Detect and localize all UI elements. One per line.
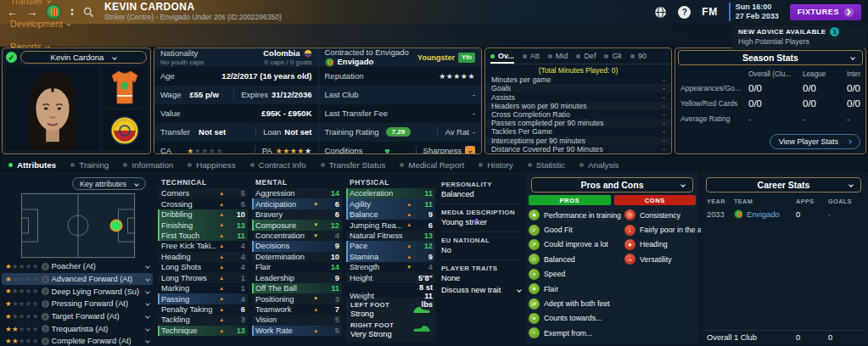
attribute-row: Passing 4 bbox=[158, 293, 248, 304]
search-icon[interactable] bbox=[83, 7, 94, 18]
attribute-row: Bravery 6 bbox=[252, 209, 342, 220]
section-tab[interactable]: Contract Info bbox=[250, 160, 306, 170]
career-col-apps: APPS bbox=[796, 194, 828, 208]
stats-tab[interactable]: Def bbox=[576, 48, 596, 64]
kit-box bbox=[103, 67, 147, 107]
player-select-dropdown[interactable]: Kevin Cardona bbox=[20, 51, 147, 64]
section-tab[interactable]: Transfer Status bbox=[321, 160, 386, 170]
role-info-icon[interactable] bbox=[42, 300, 49, 308]
role-info-icon[interactable] bbox=[42, 325, 49, 332]
role-info-icon[interactable] bbox=[42, 263, 49, 271]
footedness-block: LEFT FOOT Strong RIGHT FOOT Very Strong bbox=[346, 298, 435, 342]
pro-item[interactable]: ↗ Could improve a lot bbox=[529, 237, 621, 252]
section-tab[interactable]: Statistic bbox=[528, 160, 565, 170]
player-stepper[interactable]: ▲▼ bbox=[70, 8, 75, 17]
eu-national-value: No bbox=[441, 246, 521, 254]
club-crest-icon bbox=[325, 58, 334, 67]
pro-item[interactable]: ⇄ Adept with both feet bbox=[529, 296, 621, 310]
key-attributes-dropdown[interactable]: Key attributes bbox=[72, 177, 146, 190]
role-row[interactable]: ★★★★★ Pressing Forward (At) bbox=[2, 298, 153, 310]
stats-tab[interactable]: Att bbox=[523, 48, 540, 64]
role-row[interactable]: ★★★★★ Target Forward (At) bbox=[2, 310, 153, 323]
mental-header: MENTAL bbox=[252, 176, 342, 188]
stats-tab[interactable]: Gk bbox=[604, 48, 622, 64]
chevron-down-icon bbox=[145, 276, 150, 282]
expires-value: 31/12/2036 bbox=[272, 90, 312, 99]
role-row[interactable]: ★★★★★ Deep Lying Forward (Su) bbox=[2, 285, 153, 298]
tab-dot-icon bbox=[123, 163, 127, 167]
stats-tab[interactable]: 90 bbox=[630, 48, 647, 64]
stat-row: Minutes per game- bbox=[485, 75, 671, 84]
change-arrow-icon bbox=[216, 222, 227, 227]
role-row[interactable]: ★★★★★ Complete Forward (At) bbox=[2, 335, 153, 346]
stat-row: Distance Covered Per 90 Minutes- bbox=[485, 145, 671, 153]
pro-item[interactable]: ☺ Balanced bbox=[529, 252, 621, 266]
pros-cons-header[interactable]: Pros and Cons bbox=[531, 177, 693, 193]
role-row[interactable]: ★★★★★ Poacher (At) bbox=[2, 260, 153, 273]
nav-tab[interactable]: Transfer bbox=[10, 0, 70, 13]
pro-item[interactable]: ✓ Good Fit bbox=[529, 222, 621, 237]
help-icon[interactable]: ? bbox=[678, 6, 691, 19]
pro-item[interactable]: » Speed bbox=[529, 267, 621, 282]
career-col-goals: GOALS bbox=[828, 194, 860, 208]
role-info-icon[interactable] bbox=[42, 287, 49, 295]
nav-tab[interactable]: Development bbox=[10, 13, 70, 36]
role-info-icon[interactable] bbox=[42, 313, 49, 321]
section-tab[interactable]: Information bbox=[123, 160, 173, 170]
pro-item[interactable]: ≡ Counts towards... bbox=[529, 311, 621, 326]
availability-check-icon: ✓ bbox=[6, 52, 17, 63]
season-stats-header[interactable]: Season Stats bbox=[678, 50, 863, 65]
career-team-link[interactable]: Envigado bbox=[734, 208, 796, 220]
role-row[interactable]: ★★★★★ Trequartista (At) bbox=[2, 322, 153, 335]
role-row[interactable]: ★★★★★ Advanced Forward (At) bbox=[2, 273, 153, 286]
fixtures-button[interactable]: FIXTURES ❯ bbox=[790, 4, 861, 20]
physical-column: PHYSICAL Acceleration 11 Agility 11 bbox=[346, 176, 435, 342]
media-description-value: Young striker bbox=[441, 218, 521, 226]
section-tab[interactable]: Analysis bbox=[580, 160, 619, 170]
pro-item[interactable]: − Exempt from... bbox=[529, 326, 621, 340]
section-tab[interactable]: Training bbox=[70, 160, 109, 170]
advice-notification[interactable]: NEW ADVICE AVAILABLE 1 High Potential Pl… bbox=[732, 25, 866, 48]
section-tab[interactable]: Happiness bbox=[188, 160, 235, 170]
left-boot-icon bbox=[412, 305, 431, 315]
stats-tab[interactable]: Mid bbox=[548, 48, 568, 64]
pro-item[interactable]: ★ Performance in training bbox=[529, 208, 621, 222]
pro-icon: ≡ bbox=[529, 313, 540, 324]
career-year: 2033 bbox=[707, 209, 734, 220]
career-overall-apps: 0 bbox=[796, 333, 828, 342]
ca-stars: ★★★★★ bbox=[187, 146, 223, 154]
attribute-row: Concentration 4 bbox=[252, 231, 342, 241]
view-player-stats-button[interactable]: View Player Stats bbox=[770, 134, 860, 149]
career-col-year: YEAR bbox=[707, 194, 734, 208]
fixtures-chevron-icon: ❯ bbox=[844, 8, 854, 17]
section-tab[interactable]: Attributes bbox=[8, 160, 56, 170]
role-info-icon[interactable] bbox=[42, 338, 49, 345]
pro-item[interactable]: ∗ Flair bbox=[529, 282, 621, 296]
section-tab[interactable]: History bbox=[479, 160, 512, 170]
technical-header: TECHNICAL bbox=[158, 176, 248, 188]
season-stats-panel: Season Stats Overall (Clu... League Inte… bbox=[675, 47, 866, 154]
caps-goals-value: 0 caps / 0 goals bbox=[264, 59, 311, 66]
discuss-new-trait-dropdown[interactable]: Discuss new trait bbox=[441, 286, 521, 294]
stat-row: Interceptions per 90 minutes- bbox=[485, 137, 671, 145]
career-stats-header[interactable]: Career Stats bbox=[706, 177, 861, 193]
club-link[interactable]: Envigado bbox=[325, 58, 409, 67]
section-tab[interactable]: Medical Report bbox=[400, 160, 464, 170]
stats-tab[interactable]: Ov... bbox=[490, 48, 514, 64]
change-arrow-icon bbox=[311, 296, 321, 301]
attribute-row: Heading 4 bbox=[158, 252, 248, 262]
role-info-icon[interactable] bbox=[42, 276, 49, 283]
expires-label: Expires bbox=[241, 90, 268, 99]
pro-icon: ∗ bbox=[529, 283, 540, 294]
pros-cons-panel: Pros and Cons PROS CONS ★ Performance in… bbox=[526, 174, 698, 344]
con-item[interactable]: ◎ Consistency bbox=[624, 208, 706, 222]
player-portrait bbox=[6, 67, 99, 150]
change-arrow-icon bbox=[404, 212, 414, 217]
con-item[interactable]: ● Heading bbox=[624, 237, 706, 252]
position-dot-striker bbox=[111, 220, 122, 232]
con-item[interactable]: ↓ Fairly poor in the air bbox=[624, 222, 706, 237]
training-rating-label: Training Rating bbox=[325, 127, 379, 137]
con-item[interactable]: ↔ Versatility bbox=[624, 252, 706, 266]
globe-icon[interactable] bbox=[654, 6, 667, 19]
nationality-label: Nationality bbox=[160, 49, 204, 59]
